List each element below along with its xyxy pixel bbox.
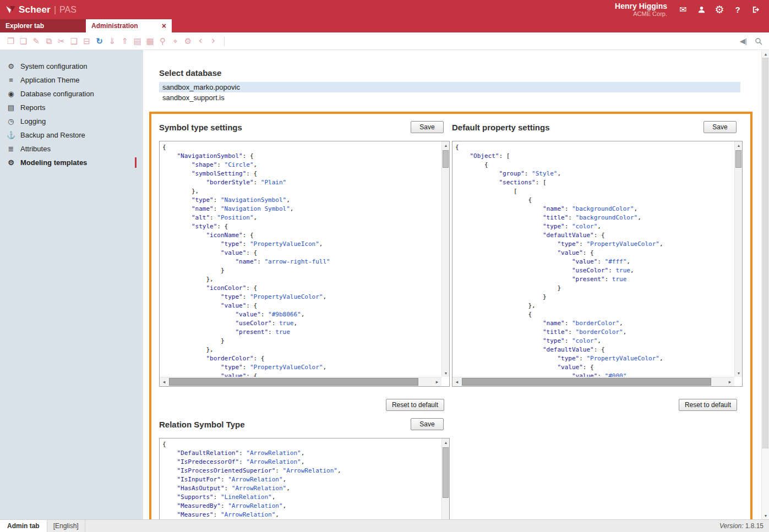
panel-relation-symbol: Relation Symbol Type Save { "DefaultRela…	[159, 411, 450, 519]
mail-icon[interactable]: ✉	[678, 4, 689, 15]
scroll-thumb[interactable]	[443, 447, 449, 498]
toolbar-separator	[224, 36, 225, 46]
symbol-type-editor[interactable]: { "NavigationSymbol": { "shape": "Circle…	[159, 141, 450, 387]
scroll-down-icon[interactable]: ▼	[762, 512, 769, 519]
user-icon[interactable]	[696, 6, 707, 14]
gear-icon: ⚙	[7, 158, 15, 167]
help-icon[interactable]: ?	[732, 5, 743, 14]
sidebar-item-backup-and-restore[interactable]: ⚓Backup and Restore	[0, 128, 143, 142]
save-button[interactable]: Save	[703, 121, 737, 133]
close-icon[interactable]: ×	[162, 22, 166, 30]
tab-explorer-label: Explorer tab	[6, 22, 44, 30]
code-area[interactable]: { "NavigationSymbol": { "shape": "Circle…	[160, 141, 441, 377]
collapse-panel-icon[interactable]: ◀|	[740, 37, 747, 45]
settings-region: Symbol type settings Save { "NavigationS…	[149, 112, 752, 519]
vertical-scrollbar[interactable]: ▲ ▼	[441, 141, 449, 377]
fit-view-icon[interactable]: ⌖	[169, 35, 182, 47]
default-property-editor[interactable]: { "Object": [ { "group": "Style", "secti…	[452, 141, 743, 387]
horizontal-scrollbar[interactable]: ◂ ▸	[452, 377, 734, 386]
scroll-up-icon[interactable]: ▲	[442, 438, 450, 446]
gear-icon: ⚙	[7, 62, 15, 70]
upload-icon[interactable]: ⇑	[118, 35, 131, 47]
save-button[interactable]: Save	[411, 418, 444, 430]
scroll-thumb[interactable]	[762, 58, 768, 448]
reset-to-default-button[interactable]: Reset to default	[386, 399, 444, 411]
copy-icon[interactable]: ❑	[68, 35, 80, 47]
list-icon: ≡	[7, 76, 15, 84]
sidebar-item-system-configuration[interactable]: ⚙System configuration	[0, 59, 143, 73]
page-scrollbar[interactable]: ▲ ▼	[761, 50, 769, 519]
database-row[interactable]: sandbox_support.is	[159, 92, 740, 103]
code-area[interactable]: { "DefaultRelation": "ArrowRelation", "I…	[160, 438, 441, 519]
sidebar-item-application-theme[interactable]: ≡Application Theme	[0, 73, 143, 87]
logout-icon[interactable]	[750, 6, 761, 14]
edit-icon[interactable]: ✎	[30, 35, 42, 47]
admin-tab[interactable]: Admin tab	[0, 520, 47, 532]
sidebar-item-attributes[interactable]: ≣Attributes	[0, 142, 143, 156]
brand-divider: |	[54, 5, 56, 15]
sidebar-item-logging[interactable]: ◷Logging	[0, 114, 143, 128]
sidebar-menu: ⚙System configuration≡Application Theme◉…	[0, 59, 143, 169]
user-company: ACME Corp.	[615, 10, 667, 17]
sidebar-item-label: Reports	[20, 103, 46, 112]
user-name: Henry Higgins	[615, 2, 667, 10]
toolbar: ❐❏✎⧉✂❑⊟↻⇓⇑▤▦⚲⌖⚙‹› ◀|	[0, 32, 769, 50]
header-user-area: Henry Higgins ACME Corp. ✉ ⚙ ?	[615, 2, 761, 17]
version-info: Version:1.8.15	[719, 522, 769, 530]
language-selector[interactable]: [English]	[47, 520, 85, 532]
delete-icon[interactable]: ⊟	[80, 35, 93, 47]
tab-explorer[interactable]: Explorer tab	[0, 19, 86, 32]
scroll-up-icon[interactable]: ▲	[735, 141, 743, 149]
brand-suffix: PAS	[59, 5, 77, 15]
sidebar-item-label: Database configuration	[20, 90, 94, 98]
tab-bar: Explorer tab Administration ×	[0, 19, 769, 32]
scroll-right-icon[interactable]: ▸	[433, 377, 441, 386]
sidebar-item-modeling-templates[interactable]: ⚙Modeling templates	[0, 156, 143, 169]
scheer-logo-icon	[6, 5, 16, 14]
sidebar-item-database-configuration[interactable]: ◉Database configuration	[0, 87, 143, 101]
sidebar-item-label: System configuration	[20, 62, 87, 70]
scroll-thumb[interactable]	[169, 378, 418, 386]
scroll-up-icon[interactable]: ▲	[442, 141, 450, 149]
search-icon[interactable]	[755, 37, 762, 45]
panel-symbol-type-title: Symbol type settings	[159, 123, 242, 132]
scroll-thumb[interactable]	[443, 150, 449, 168]
download-icon[interactable]: ⇓	[106, 35, 118, 47]
horizontal-scrollbar[interactable]: ◂ ▸	[160, 377, 441, 386]
new-document-icon[interactable]: ❏	[17, 35, 30, 47]
code-area[interactable]: { "Object": [ { "group": "Style", "secti…	[452, 141, 734, 377]
scroll-thumb[interactable]	[462, 378, 711, 386]
relation-symbol-editor[interactable]: { "DefaultRelation": "ArrowRelation", "I…	[159, 438, 450, 519]
image-icon[interactable]: ▦	[144, 35, 156, 47]
sidebar-item-label: Backup and Restore	[20, 131, 85, 139]
scroll-down-icon[interactable]: ▼	[442, 369, 450, 377]
reset-to-default-button[interactable]: Reset to default	[679, 399, 737, 411]
vertical-scrollbar[interactable]: ▲ ▼	[441, 438, 449, 519]
forward-icon[interactable]: ›	[207, 35, 220, 47]
vertical-scrollbar[interactable]: ▲ ▼	[734, 141, 742, 377]
gear-icon[interactable]: ⚙	[714, 3, 725, 16]
scroll-up-icon[interactable]: ▲	[762, 50, 769, 58]
settings-icon[interactable]: ⚙	[182, 35, 194, 47]
back-icon[interactable]: ‹	[194, 35, 207, 47]
toolbar-buttons: ❐❏✎⧉✂❑⊟↻⇓⇑▤▦⚲⌖⚙‹›	[4, 35, 220, 47]
cut-icon[interactable]: ✂	[55, 35, 68, 47]
sidebar-item-label: Logging	[20, 117, 46, 125]
scroll-down-icon[interactable]: ▼	[735, 369, 743, 377]
scroll-left-icon[interactable]: ◂	[452, 377, 461, 386]
tab-administration[interactable]: Administration ×	[86, 19, 172, 32]
duplicate-icon[interactable]: ⧉	[42, 35, 55, 47]
scroll-right-icon[interactable]: ▸	[726, 377, 734, 386]
tab-administration-label: Administration	[91, 22, 138, 30]
version-value: 1.8.15	[745, 522, 763, 530]
database-list: sandbox_marko.popovicsandbox_support.is	[159, 82, 740, 103]
database-row[interactable]: sandbox_marko.popovic	[159, 82, 740, 92]
export-document-icon[interactable]: ▤	[131, 35, 144, 47]
open-icon[interactable]: ❐	[4, 35, 17, 47]
scroll-thumb[interactable]	[735, 150, 741, 168]
sidebar-item-reports[interactable]: ▤Reports	[0, 101, 143, 114]
save-button[interactable]: Save	[411, 121, 444, 133]
scroll-left-icon[interactable]: ◂	[160, 377, 168, 386]
pin-icon[interactable]: ⚲	[156, 35, 169, 47]
refresh-icon[interactable]: ↻	[93, 35, 106, 47]
